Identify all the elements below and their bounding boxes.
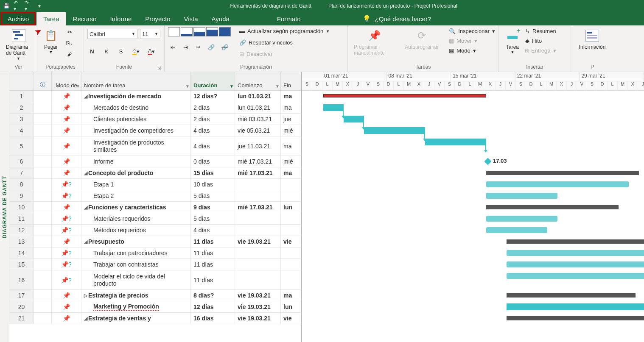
gantt-row[interactable] xyxy=(302,179,644,190)
progress-0%[interactable] xyxy=(168,27,180,36)
start-cell[interactable]: mié 03.03.21 xyxy=(235,114,281,125)
task-name-cell[interactable]: Trabajar con patrocinadores xyxy=(81,247,191,259)
finish-cell[interactable] xyxy=(281,213,301,225)
view-bar[interactable]: DIAGRAMA DE GANTT xyxy=(0,72,9,342)
gantt-row[interactable] xyxy=(302,259,644,270)
table-row[interactable]: 1📌◢Investigación de mercado12 días?lun 0… xyxy=(9,91,301,102)
duration-cell[interactable]: 5 días xyxy=(191,190,235,202)
row-number[interactable]: 10 xyxy=(9,202,34,213)
indicator-cell[interactable] xyxy=(34,259,52,270)
tab-format[interactable]: Formato xyxy=(270,12,308,25)
table-row[interactable]: 4📌Investigación de competidores4 díasvie… xyxy=(9,125,301,136)
start-cell[interactable]: jue 11.03.21 xyxy=(235,136,281,156)
underline-button[interactable]: S xyxy=(116,47,126,56)
task-bar[interactable] xyxy=(344,116,364,122)
table-row[interactable]: 6📌Informe0 díasmié 17.03.21mié xyxy=(9,156,301,167)
task-name-cell[interactable]: Trabajar con contratistas xyxy=(81,259,191,270)
finish-cell[interactable] xyxy=(281,179,301,190)
column-header-start[interactable]: Comienzo▼ xyxy=(235,72,281,91)
gantt-row[interactable] xyxy=(302,247,644,259)
duration-cell[interactable]: 10 días xyxy=(191,179,235,190)
task-mode-cell[interactable]: 📌 xyxy=(52,313,81,324)
indicator-cell[interactable] xyxy=(34,236,52,247)
task-name-cell[interactable]: Etapa 1 xyxy=(81,179,191,190)
row-number[interactable]: 2 xyxy=(9,102,34,114)
cut-icon[interactable]: ✂ xyxy=(64,27,75,36)
insert-task-button[interactable]: ▬＋ Tarea ▼ xyxy=(502,27,523,56)
inspect-button[interactable]: 🔍Inspeccionar ▾ xyxy=(449,27,495,35)
dialog-launcher-icon[interactable]: ⇲ xyxy=(157,66,161,70)
manual-task-bar[interactable] xyxy=(507,273,644,279)
column-header-finish[interactable]: Fin xyxy=(281,72,301,91)
tab-help[interactable]: Ayuda xyxy=(205,12,236,25)
duration-cell[interactable]: 0 días xyxy=(191,156,235,167)
finish-cell[interactable] xyxy=(281,225,301,236)
task-name-cell[interactable]: ◢Funciones y características xyxy=(81,202,191,213)
summary-bar[interactable] xyxy=(323,94,486,97)
task-mode-cell[interactable]: 📌 xyxy=(52,156,81,167)
manual-task-bar[interactable] xyxy=(486,216,557,222)
italic-button[interactable]: K xyxy=(102,47,111,56)
row-number[interactable]: 17 xyxy=(9,290,34,301)
indicator-cell[interactable] xyxy=(34,102,52,114)
row-number[interactable]: 5 xyxy=(9,136,34,156)
start-cell[interactable] xyxy=(235,190,281,202)
collapse-icon[interactable]: ◢ xyxy=(84,205,87,210)
table-row[interactable]: 11📌?Materiales requeridos5 días xyxy=(9,213,301,225)
finish-cell[interactable] xyxy=(281,259,301,270)
finish-cell[interactable]: lun xyxy=(281,301,301,313)
manual-task-bar[interactable] xyxy=(486,181,629,187)
insert-milestone-button[interactable]: ◆Hito xyxy=(525,37,556,45)
indicator-cell[interactable] xyxy=(34,213,52,225)
task-mode-cell[interactable]: 📌? xyxy=(52,270,81,290)
gantt-row[interactable] xyxy=(302,270,644,290)
unlink-tasks-icon[interactable]: 🔗 xyxy=(220,42,230,52)
undo-icon[interactable]: ↶ ▾ xyxy=(14,2,21,10)
gantt-row[interactable] xyxy=(302,91,644,102)
duration-cell[interactable]: 4 días xyxy=(191,125,235,136)
column-header-indicators[interactable]: ⓘ xyxy=(34,72,52,91)
gantt-row[interactable] xyxy=(302,125,644,136)
indicator-cell[interactable] xyxy=(34,225,52,236)
finish-cell[interactable]: jue xyxy=(281,114,301,125)
respect-links-button[interactable]: 🔗Respetar vínculos xyxy=(239,39,330,47)
gantt-row[interactable] xyxy=(302,290,644,301)
row-number[interactable]: 8 xyxy=(9,179,34,190)
manual-task-bar[interactable] xyxy=(486,227,547,233)
font-size-combo[interactable]: 11▼ xyxy=(140,29,160,39)
dropdown-icon[interactable]: ▼ xyxy=(76,84,80,89)
duration-cell[interactable]: 11 días xyxy=(191,259,235,270)
duration-cell[interactable]: 4 días xyxy=(191,225,235,236)
paste-button[interactable]: 📋 Pegar ▼ xyxy=(41,27,61,58)
indicator-cell[interactable] xyxy=(34,301,52,313)
row-number[interactable]: 6 xyxy=(9,156,34,167)
duration-cell[interactable]: 9 días xyxy=(191,202,235,213)
insert-summary-button[interactable]: ↳Resumen xyxy=(525,27,556,35)
task-mode-cell[interactable]: 📌 xyxy=(52,125,81,136)
duration-cell[interactable]: 12 días? xyxy=(191,91,235,102)
collapse-icon[interactable]: ◢ xyxy=(84,94,87,99)
finish-cell[interactable] xyxy=(281,190,301,202)
task-mode-cell[interactable]: 📌? xyxy=(52,190,81,202)
dropdown-icon[interactable]: ▼ xyxy=(275,84,280,89)
task-name-cell[interactable]: Etapa 2 xyxy=(81,190,191,202)
start-cell[interactable] xyxy=(235,213,281,225)
task-bar[interactable] xyxy=(507,303,644,310)
task-name-cell[interactable]: Clientes potenciales xyxy=(81,114,191,125)
indicator-cell[interactable] xyxy=(34,270,52,290)
insert-deliverable-button[interactable]: ⎘Entrega ▾ xyxy=(525,47,556,55)
finish-cell[interactable]: ma xyxy=(281,167,301,179)
task-name-cell[interactable]: Materiales requeridos xyxy=(81,213,191,225)
font-color-button[interactable]: A▾ xyxy=(146,47,157,56)
start-cell[interactable] xyxy=(235,247,281,259)
summary-bar[interactable] xyxy=(486,171,639,175)
row-number[interactable]: 11 xyxy=(9,213,34,225)
task-mode-cell[interactable]: 📌? xyxy=(52,259,81,270)
gantt-row[interactable] xyxy=(302,301,644,313)
indicator-cell[interactable] xyxy=(34,247,52,259)
outdent-icon[interactable]: ⇤ xyxy=(168,42,177,52)
task-name-cell[interactable]: Métodos requeridos xyxy=(81,225,191,236)
gantt-chart-view-button[interactable]: Diagrama de Gantt ▼ xyxy=(3,27,34,62)
milestone-marker[interactable] xyxy=(484,158,492,165)
tab-project[interactable]: Proyecto xyxy=(138,12,177,25)
